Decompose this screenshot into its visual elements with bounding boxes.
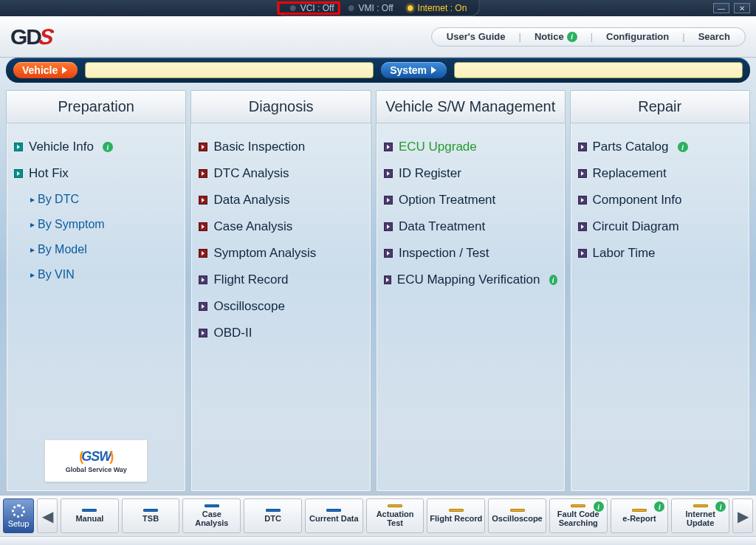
- panel-title: Preparation: [7, 91, 185, 123]
- menu-item[interactable]: Case Analysis: [199, 213, 362, 240]
- menu-item[interactable]: DTC Analysis: [199, 160, 362, 187]
- toolbar-scroll-left[interactable]: ◀: [37, 498, 58, 533]
- gsw-card[interactable]: GSW Global Service Way: [44, 439, 148, 482]
- menu-item[interactable]: Circuit Diagram: [578, 213, 742, 240]
- menu-item-label: Circuit Diagram: [593, 219, 679, 234]
- bullet-icon: [578, 249, 587, 258]
- menu-item[interactable]: Option Treatment: [384, 187, 557, 213]
- submenu-item[interactable]: By DTC: [30, 187, 178, 212]
- menu-item-label: Data Treatment: [399, 219, 485, 234]
- menu-item[interactable]: Symptom Analysis: [199, 240, 362, 267]
- menu-item[interactable]: Data Treatment: [384, 213, 557, 240]
- toolbar-button-label: Actuation Test: [368, 510, 422, 527]
- bullet-icon: [578, 143, 587, 151]
- info-icon: i: [715, 501, 726, 512]
- toolbar-button[interactable]: Fault Code Searchingi: [549, 498, 608, 533]
- toolbar-scroll-right[interactable]: ▶: [732, 498, 753, 533]
- menu-item[interactable]: Replacement: [578, 160, 742, 187]
- bullet-icon: [199, 329, 207, 337]
- submenu-item[interactable]: By Symptom: [30, 212, 178, 237]
- panel-vehicle-sw: Vehicle S/W Management ECU UpgradeID Reg…: [376, 90, 566, 492]
- toolbar-button[interactable]: e-Reporti: [611, 498, 669, 533]
- toolbar-button[interactable]: Actuation Test: [366, 498, 425, 533]
- status-vmi-label: VMI : Off: [358, 3, 393, 13]
- system-button[interactable]: System: [381, 62, 447, 78]
- menu-item-label: ECU Mapping Verification: [397, 272, 540, 287]
- toolbar-button[interactable]: Case Analysis: [182, 498, 241, 533]
- gsw-logo: GSW: [79, 449, 113, 465]
- setup-button[interactable]: Setup: [3, 498, 34, 533]
- bullet-icon: [199, 222, 207, 231]
- toolbar-button[interactable]: DTC: [244, 498, 302, 533]
- chip-icon: [632, 509, 647, 512]
- title-bar: VCI : Off VMI : Off Internet : On — ✕: [0, 0, 756, 16]
- menu-item[interactable]: ID Register: [384, 160, 557, 187]
- bullet-icon: [384, 196, 393, 205]
- menu-item[interactable]: Flight Record: [199, 267, 362, 293]
- menu-item[interactable]: Parts Catalogi: [578, 134, 742, 160]
- nav-separator: |: [519, 31, 521, 42]
- info-icon: i: [103, 142, 113, 152]
- menu-item[interactable]: OBD-II: [199, 320, 362, 346]
- menu-item[interactable]: ECU Upgrade: [384, 134, 557, 160]
- menu-item-label: Inspection / Test: [399, 246, 489, 261]
- toolbar-button[interactable]: Internet Updatei: [671, 498, 729, 533]
- menu-item[interactable]: Oscilloscope: [199, 293, 362, 320]
- logo-swoosh-icon: S: [38, 24, 55, 49]
- bullet-icon: [384, 169, 393, 178]
- menu-item[interactable]: Vehicle Infoi: [14, 134, 178, 160]
- menu-item[interactable]: Hot Fix: [14, 160, 178, 187]
- nav-user-guide[interactable]: User's Guide: [447, 31, 506, 42]
- menu-item[interactable]: Inspection / Test: [384, 240, 557, 267]
- menu-item[interactable]: Basic Inspection: [199, 134, 362, 160]
- status-dot-icon: [347, 4, 354, 12]
- toolbar-button[interactable]: Manual: [61, 498, 119, 533]
- menu-item[interactable]: Labor Time: [578, 240, 742, 267]
- info-icon: i: [678, 142, 688, 152]
- toolbar-button[interactable]: Flight Record: [427, 498, 485, 533]
- minimize-button[interactable]: —: [713, 3, 729, 13]
- toolbar-button[interactable]: Current Data: [305, 498, 363, 533]
- submenu-item[interactable]: By Model: [30, 237, 178, 262]
- bullet-icon: [199, 302, 207, 311]
- app-logo: GDS: [10, 24, 52, 49]
- bottom-toolbar: Setup ◀ ManualTSBCase AnalysisDTCCurrent…: [0, 495, 756, 536]
- panel-body: Basic InspectionDTC AnalysisData Analysi…: [191, 123, 370, 491]
- toolbar-button[interactable]: TSB: [122, 498, 180, 533]
- os-taskbar: [0, 536, 756, 545]
- system-field[interactable]: [454, 62, 743, 78]
- toolbar-button-label: DTC: [264, 514, 281, 523]
- menu-item-label: Symptom Analysis: [213, 246, 316, 261]
- bullet-icon: [384, 143, 393, 151]
- nav-search[interactable]: Search: [698, 31, 730, 42]
- vehicle-field[interactable]: [85, 62, 374, 78]
- menu-item-label: Basic Inspection: [213, 140, 305, 154]
- bullet-icon: [578, 169, 587, 178]
- panel-title: Repair: [571, 91, 749, 123]
- menu-item[interactable]: ECU Mapping Verificationi: [384, 267, 557, 293]
- menu-item[interactable]: Component Info: [578, 187, 742, 213]
- bullet-icon: [14, 143, 23, 151]
- bullet-icon: [199, 169, 207, 178]
- vehicle-button[interactable]: Vehicle: [13, 62, 78, 78]
- status-strip: VCI : Off VMI : Off Internet : On: [277, 0, 480, 16]
- nav-configuration[interactable]: Configuration: [606, 31, 669, 42]
- chip-icon: [266, 509, 281, 512]
- menu-item[interactable]: Data Analysis: [199, 187, 362, 213]
- submenu-item[interactable]: By VIN: [30, 262, 178, 287]
- vehicle-button-label: Vehicle: [22, 64, 58, 76]
- system-button-label: System: [390, 64, 427, 76]
- menu-item-label: OBD-II: [213, 326, 252, 340]
- chip-icon: [143, 509, 158, 512]
- panel-diagnosis: Diagnosis Basic InspectionDTC AnalysisDa…: [190, 90, 371, 492]
- chip-icon: [388, 504, 402, 507]
- nav-notice[interactable]: Notice i: [535, 31, 577, 42]
- bullet-icon: [14, 169, 23, 178]
- close-button[interactable]: ✕: [734, 3, 750, 13]
- triangle-right-icon: [62, 66, 67, 74]
- menu-item-label: Data Analysis: [213, 193, 289, 208]
- toolbar-button[interactable]: Oscilloscope: [488, 498, 546, 533]
- selection-band: Vehicle System: [6, 58, 750, 83]
- bullet-icon: [384, 275, 391, 284]
- toolbar-button-label: Fault Code Searching: [551, 510, 605, 527]
